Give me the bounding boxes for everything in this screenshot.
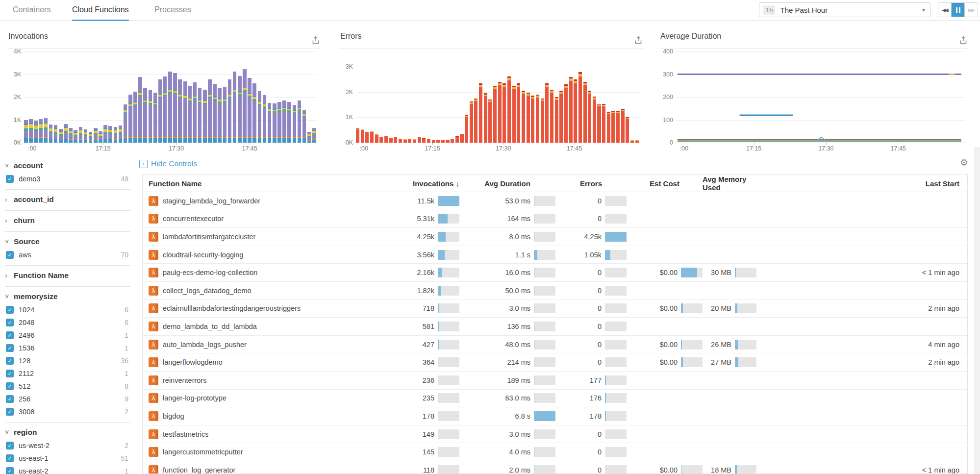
function-name-cell[interactable]: λreinventerrors <box>149 375 392 385</box>
table-row[interactable]: λauto_lambda_logs_pusher42748.0 ms0$0.00… <box>143 336 967 354</box>
facet-item-3008[interactable]: ✓30082 <box>5 405 130 418</box>
table-row[interactable]: λconcurrentexecutor5.31k164 ms0 <box>143 210 967 228</box>
facet-header[interactable]: ˅memorysize <box>5 290 130 303</box>
errors-value: 4.25k <box>555 233 602 241</box>
errors-value: 0 <box>555 430 602 438</box>
function-name-cell[interactable]: λeclairnulllambdafortestingdangeroustrig… <box>149 303 392 313</box>
function-name-cell[interactable]: λfunction_log_generator <box>149 465 392 474</box>
facet-item-aws[interactable]: ✓aws70 <box>5 249 130 261</box>
facet-item-us-west-2[interactable]: ✓us-west-22 <box>5 439 130 452</box>
checkbox-checked[interactable]: ✓ <box>6 370 14 377</box>
col-avg-duration[interactable]: Avg Duration <box>459 179 555 188</box>
facet-item-2112[interactable]: ✓21121 <box>5 367 130 380</box>
tab-processes[interactable]: Processes <box>154 0 191 20</box>
facet-item-us-east-1[interactable]: ✓us-east-151 <box>5 452 130 465</box>
function-name-cell[interactable]: λcollect_logs_datadog_demo <box>149 286 392 296</box>
table-row[interactable]: λpaulg-ecs-demo-log-collection2.16k16.0 … <box>143 264 967 282</box>
col-last-start[interactable]: Last Start <box>756 179 967 188</box>
facet-item-512[interactable]: ✓5128 <box>5 380 130 393</box>
gear-icon[interactable]: ⚙ <box>960 157 968 168</box>
table-row[interactable]: λlangerflowlogdemo364214 ms0$0.0027 MB2 … <box>143 353 967 372</box>
est-cost-value: $0.00 <box>627 269 678 276</box>
metric-bar <box>735 303 756 313</box>
function-name-cell[interactable]: λstaging_lambda_log_forwarder <box>149 196 392 206</box>
checkbox-checked[interactable]: ✓ <box>6 454 14 462</box>
facet-item-1024[interactable]: ✓10246 <box>5 303 130 316</box>
time-range-picker[interactable]: 1h The Past Hour ▾ <box>759 2 930 17</box>
checkbox-checked[interactable]: ✓ <box>6 395 14 403</box>
col-function-name[interactable]: Function Name <box>149 179 393 188</box>
facet-header[interactable]: ˅account <box>5 159 130 173</box>
facet-item-demo3[interactable]: ✓demo348 <box>5 173 130 185</box>
facet-item-128[interactable]: ✓12836 <box>5 354 130 367</box>
function-name-cell[interactable]: λlambdafortitisimfargatecluster <box>149 232 392 242</box>
table-row[interactable]: λdemo_lambda_to_dd_lambda581136 ms0 <box>143 318 967 336</box>
vertical-scrollbar[interactable] <box>974 147 980 474</box>
chart-plot-area[interactable]: 0K1K2K3K4K:0017:1517:3017:45 <box>24 51 317 143</box>
checkbox-checked[interactable]: ✓ <box>6 382 14 390</box>
col-avg-memory-used[interactable]: Avg Memory Used <box>703 175 756 192</box>
chart-plot-area[interactable]: 0100200300400:0017:1517:3017:45 <box>676 51 965 143</box>
function-name-cell[interactable]: λlangerflowlogdemo <box>149 357 392 367</box>
table-row[interactable]: λlangercustommetricputter1454.0 ms0 <box>143 443 967 461</box>
function-name-cell[interactable]: λpaulg-ecs-demo-log-collection <box>149 268 392 277</box>
table-row[interactable]: λtestfastmetrics1493.0 ms0 <box>143 425 967 444</box>
checkbox-checked[interactable]: ✓ <box>6 251 14 259</box>
function-name-cell[interactable]: λauto_lambda_logs_pusher <box>149 340 392 349</box>
facet-item-256[interactable]: ✓2569 <box>5 393 130 405</box>
checkbox-checked[interactable]: ✓ <box>6 442 14 449</box>
skip-back-button[interactable]: ◀◀ <box>938 3 952 17</box>
checkbox-checked[interactable]: ✓ <box>6 319 14 326</box>
facet-item-2048[interactable]: ✓20486 <box>5 316 130 329</box>
checkbox-checked[interactable]: ✓ <box>6 408 14 416</box>
skip-forward-button[interactable]: ▶▶ <box>965 3 978 17</box>
pause-button[interactable] <box>952 3 965 17</box>
col-est-cost[interactable]: Est Cost <box>627 179 703 188</box>
facet-header[interactable]: ˅Source <box>5 235 130 249</box>
table-row[interactable]: λcollect_logs_datadog_demo1.82k50.0 ms0 <box>143 282 967 300</box>
hide-controls-button[interactable]: ‹ Hide Controls <box>139 159 197 168</box>
checkbox-checked[interactable]: ✓ <box>6 175 14 183</box>
bar <box>54 125 58 143</box>
tab-containers[interactable]: Containers <box>13 0 50 20</box>
facet-item-count: 9 <box>125 395 128 403</box>
function-name-cell[interactable]: λconcurrentexecutor <box>149 214 392 224</box>
facet-item-2496[interactable]: ✓24961 <box>5 329 130 342</box>
table-row[interactable]: λreinventerrors236189 ms177 <box>143 372 967 390</box>
facet-item-1536[interactable]: ✓15361 <box>5 342 130 354</box>
col-errors[interactable]: Errors <box>555 179 627 188</box>
invocations-value: 581 <box>392 323 434 330</box>
table-row[interactable]: λeclairnulllambdafortestingdangeroustrig… <box>143 300 967 318</box>
bar <box>188 86 192 143</box>
facet-header[interactable]: ›churn <box>5 214 130 227</box>
checkbox-checked[interactable]: ✓ <box>6 467 14 474</box>
table-row[interactable]: λfunction_log_generator1182.0 ms0$0.0018… <box>143 461 967 474</box>
facet-item-us-east-2[interactable]: ✓us-east-21 <box>5 465 130 474</box>
function-name-cell[interactable]: λbigdog <box>149 411 392 421</box>
function-name-cell[interactable]: λlanger-log-prototype <box>149 393 392 403</box>
export-chart-icon[interactable] <box>959 36 968 45</box>
tab-cloud-functions[interactable]: Cloud Functions <box>72 0 129 21</box>
facet-header[interactable]: ›Function Name <box>5 269 130 282</box>
function-name-cell[interactable]: λtestfastmetrics <box>149 429 392 439</box>
function-name-cell[interactable]: λcloudtrail-security-logging <box>149 250 392 260</box>
export-chart-icon[interactable] <box>634 36 643 45</box>
checkbox-checked[interactable]: ✓ <box>6 344 14 352</box>
facet-header[interactable]: ˅region <box>5 425 130 439</box>
checkbox-checked[interactable]: ✓ <box>6 331 14 339</box>
function-name-cell[interactable]: λlangercustommetricputter <box>149 447 392 457</box>
col-invocations[interactable]: Invocations ↓ <box>393 179 459 188</box>
checkbox-checked[interactable]: ✓ <box>6 357 14 365</box>
table-row[interactable]: λstaging_lambda_log_forwarder11.5k53.0 m… <box>143 192 967 210</box>
table-row[interactable]: λlanger-log-prototype23563.0 ms176 <box>143 390 967 408</box>
table-row[interactable]: λlambdafortitisimfargatecluster4.25k8.0 … <box>143 228 967 246</box>
chart-plot-area[interactable]: 0K1K2K3K:0017:1517:3017:45 <box>356 51 640 143</box>
checkbox-checked[interactable]: ✓ <box>6 306 14 314</box>
table-row[interactable]: λbigdog1786.8 s178 <box>143 407 967 425</box>
table-row[interactable]: λcloudtrail-security-logging3.56k1.1 s1.… <box>143 246 967 264</box>
facet-header[interactable]: ›account_id <box>5 193 130 206</box>
facet-title: Function Name <box>14 271 69 280</box>
metric-bar <box>534 375 555 385</box>
export-chart-icon[interactable] <box>311 36 320 45</box>
function-name-cell[interactable]: λdemo_lambda_to_dd_lambda <box>149 322 392 331</box>
